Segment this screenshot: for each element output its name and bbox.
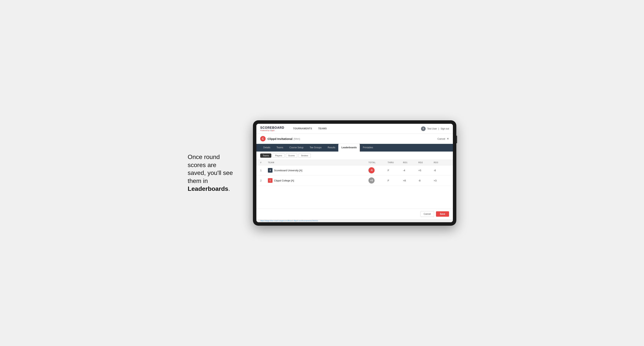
save-button[interactable]: Save (436, 211, 449, 217)
score-cell-2: +3 (368, 177, 388, 183)
nav-right: S Test User | Sign out (421, 127, 449, 131)
tournament-name: Clippd Invitational (268, 137, 292, 141)
team-name-1: Scoreboard University [A] (274, 169, 302, 172)
tab-course-setup[interactable]: Course Setup (286, 144, 306, 152)
desc-period: . (228, 185, 230, 192)
nav-tournaments[interactable]: TOURNAMENTS (290, 124, 315, 134)
tab-teams[interactable]: Teams (274, 144, 286, 152)
sub-nav: Details Teams Course Setup Tee Groups Re… (256, 144, 453, 152)
filter-strokes-button[interactable]: Strokes (298, 154, 310, 158)
thru-2: F (388, 179, 403, 182)
tournament-gender: (Men) (294, 137, 300, 140)
score-cell-1: -5 (368, 167, 388, 173)
col-total: TOTAL (368, 161, 388, 164)
logo-subtitle: Powered by clippd (260, 130, 284, 131)
rd2-2: -8 (418, 179, 434, 182)
rd3-1: -6 (434, 169, 449, 172)
nav-links: TOURNAMENTS TEAMS (290, 124, 421, 134)
rd2-1: +5 (418, 169, 434, 172)
team-logo-1: S (268, 168, 272, 173)
rank-2: 2 (260, 179, 268, 182)
filter-scores-button[interactable]: Scores (286, 154, 297, 158)
col-rd2: RD2 (418, 161, 434, 164)
logo-brand: clippd (270, 130, 274, 131)
close-icon: ✕ (447, 137, 449, 140)
nav-teams[interactable]: TEAMS (315, 124, 330, 134)
team-cell-2: C Clippd College [A] (268, 178, 368, 183)
table-row[interactable]: 1 S Scoreboard University [A] -5 F -4 (256, 165, 453, 175)
col-thru: THRU (388, 161, 403, 164)
desc-line2: scores are (188, 162, 216, 169)
score-badge-2: +3 (368, 177, 374, 183)
logo-subtitle-prefix: Powered by (260, 130, 270, 131)
tablet-device: SCOREBOARD Powered by clippd TOURNAMENTS… (253, 120, 456, 226)
logo-title: SCOREBOARD (260, 126, 284, 130)
page-wrapper: Once round scores are saved, you'll see … (188, 120, 456, 226)
filter-players-button[interactable]: Players (272, 154, 284, 158)
table-header: # TEAM TOTAL THRU RD1 RD2 RD3 (256, 160, 453, 165)
desc-line4: them in (188, 177, 208, 184)
tournament-logo: C (260, 136, 266, 141)
sign-out-link[interactable]: Sign out (440, 127, 449, 130)
team-logo-2: C (268, 178, 272, 183)
col-rd3: RD3 (434, 161, 449, 164)
filter-bar: Teams Players Scores Strokes (256, 152, 453, 160)
tab-leaderboards[interactable]: Leaderboards (338, 144, 360, 152)
tournament-header: C Clippd Invitational (Men) Cancel ✕ (256, 134, 453, 144)
tab-tee-groups[interactable]: Tee Groups (306, 144, 324, 152)
desc-line3: saved, you'll see (188, 169, 233, 176)
empty-space (256, 186, 453, 209)
rank-1: 1 (260, 169, 268, 172)
user-name: Test User (427, 127, 437, 130)
rd1-2: +8 (403, 179, 418, 182)
col-rank: # (260, 161, 268, 164)
desc-line1: Once round (188, 154, 220, 160)
team-cell-1: S Scoreboard University [A] (268, 168, 368, 173)
app-logo: SCOREBOARD Powered by clippd (260, 126, 284, 131)
rd3-2: +3 (434, 179, 449, 182)
tab-details[interactable]: Details (260, 144, 274, 152)
user-avatar: S (421, 127, 426, 131)
thru-1: F (388, 169, 403, 172)
cancel-button[interactable]: Cancel (420, 211, 434, 217)
desc-highlight: Leaderboards (188, 185, 228, 192)
filter-teams-button[interactable]: Teams (260, 154, 271, 158)
tablet-screen: SCOREBOARD Powered by clippd TOURNAMENTS… (256, 124, 453, 222)
modal-footer: Cancel Save (256, 209, 453, 219)
col-rd1: RD1 (403, 161, 418, 164)
top-nav: SCOREBOARD Powered by clippd TOURNAMENTS… (256, 124, 453, 134)
table-row[interactable]: 2 C Clippd College [A] +3 F +8 -8 (256, 175, 453, 186)
nav-separator: | (438, 127, 439, 130)
left-description: Once round scores are saved, you'll see … (188, 153, 242, 193)
rd1-1: -4 (403, 169, 418, 172)
team-name-2: Clippd College [A] (274, 179, 294, 182)
col-team: TEAM (268, 161, 368, 164)
score-badge-1: -5 (368, 167, 374, 173)
tournament-cancel-button[interactable]: Cancel ✕ (438, 137, 449, 140)
tab-printables[interactable]: Printables (360, 144, 376, 152)
url-bar: https://stage-blue-coach.stagescoredboar… (256, 219, 453, 222)
tab-results[interactable]: Results (324, 144, 338, 152)
leaderboard-table: # TEAM TOTAL THRU RD1 RD2 RD3 1 S Score (256, 160, 453, 209)
